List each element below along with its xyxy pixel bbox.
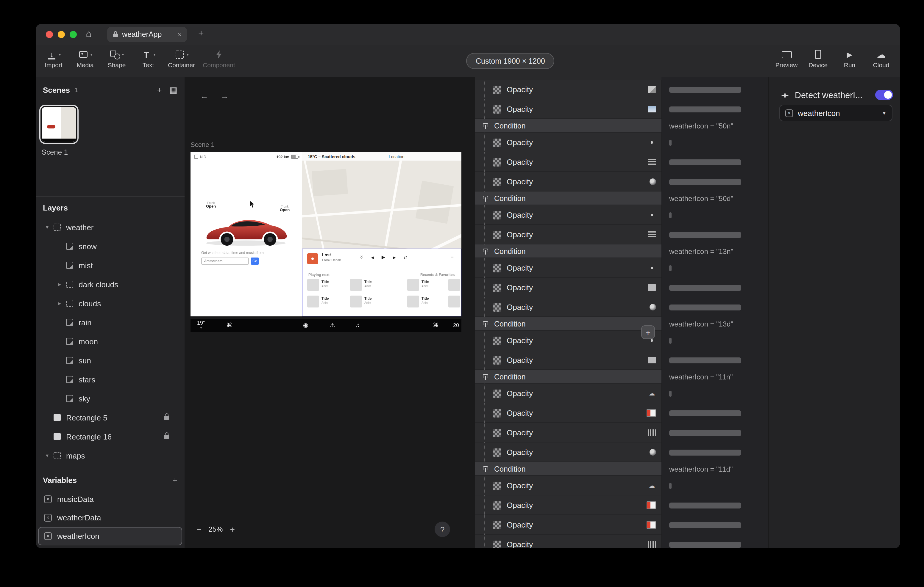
response-row[interactable]: Opacity <box>475 350 769 370</box>
layer-row[interactable]: mist <box>36 256 185 275</box>
queue-icon[interactable]: ≡ <box>450 254 454 260</box>
opacity-value-bar[interactable] <box>669 430 741 436</box>
go-button[interactable]: Go <box>251 258 259 265</box>
previous-icon[interactable]: ◀ <box>371 255 374 259</box>
response-row[interactable]: Opacity <box>475 423 769 442</box>
add-response-button[interactable]: + <box>641 325 655 339</box>
response-row[interactable]: Opacity <box>475 205 769 225</box>
response-row[interactable]: Opacity <box>475 99 769 119</box>
variable-row[interactable]: weatherData <box>38 508 182 527</box>
toolbar-tool[interactable]: Preview <box>775 49 799 68</box>
song-tile[interactable]: Title Artist <box>448 296 461 312</box>
karaoke-icon[interactable]: ♬ <box>355 322 361 328</box>
toolbar-tool[interactable]: ▾ Container <box>168 49 195 68</box>
variable-dropdown[interactable]: weatherIcon ▼ <box>779 105 893 121</box>
music-disc-icon[interactable]: ◉ <box>303 322 308 328</box>
close-tab-icon[interactable]: × <box>178 31 182 38</box>
canvas[interactable]: ← → Scene 1 N D 192 km <box>185 77 475 548</box>
response-row[interactable]: Condition weatherIcon = "11n" <box>475 370 769 384</box>
variable-row[interactable]: weatherIcon <box>38 527 182 545</box>
opacity-value-bar[interactable] <box>669 541 741 548</box>
response-row[interactable]: Condition weatherIcon = "13d" <box>475 317 769 330</box>
scene-thumbnail[interactable] <box>39 105 79 144</box>
detect-trigger-row[interactable]: Detect weatherI... <box>780 89 894 101</box>
song-tile[interactable]: Title Artist <box>448 279 461 296</box>
response-row[interactable]: Opacity <box>475 80 769 99</box>
opacity-value-bar[interactable] <box>669 449 741 455</box>
city-input[interactable]: Amsterdam <box>201 258 249 265</box>
opacity-value-bar[interactable] <box>669 140 672 145</box>
response-row[interactable]: Opacity <box>475 495 769 515</box>
zoom-level[interactable]: 25% <box>208 525 223 533</box>
opacity-value-bar[interactable] <box>669 87 741 92</box>
chevron-icon[interactable] <box>58 281 66 287</box>
like-icon[interactable]: ♡ <box>360 255 363 260</box>
command-icon[interactable]: ⌘ <box>226 322 232 328</box>
response-row[interactable]: Opacity <box>475 476 769 495</box>
forward-button[interactable]: → <box>220 91 229 100</box>
song-tile[interactable]: Title Artist <box>407 296 448 312</box>
lock-icon[interactable] <box>164 434 169 439</box>
opacity-value-bar[interactable] <box>669 265 672 271</box>
toolbar-tool[interactable]: Cloud <box>869 49 893 68</box>
layer-row[interactable]: Rectangle 16 <box>36 427 185 446</box>
home-button[interactable]: ⌂ <box>86 28 91 39</box>
response-row[interactable]: Opacity <box>475 384 769 403</box>
zoom-out-button[interactable]: − <box>196 525 201 534</box>
layer-row[interactable]: sun <box>36 351 185 370</box>
help-button[interactable]: ? <box>435 521 450 537</box>
toolbar-tool[interactable]: ▾ Media <box>73 49 97 68</box>
tab-weatherapp[interactable]: weatherApp × <box>107 27 187 42</box>
layer-row[interactable]: dark clouds <box>36 275 185 294</box>
chevron-icon[interactable] <box>46 452 54 459</box>
prototype-music-player[interactable]: Lost Frank Ocean ♡ ◀ ▶ ▶ ⇄ ≡ Playing nex… <box>302 248 461 316</box>
layer-row[interactable]: sky <box>36 389 185 408</box>
add-scene-button[interactable]: + <box>157 85 162 95</box>
back-button[interactable]: ← <box>200 91 208 100</box>
opacity-value-bar[interactable] <box>669 483 672 488</box>
opacity-value-bar[interactable] <box>669 179 741 185</box>
response-row[interactable]: Opacity <box>475 225 769 245</box>
response-row[interactable]: Condition weatherIcon = "50d" <box>475 191 769 205</box>
response-row[interactable]: Opacity <box>475 534 769 548</box>
response-row[interactable]: Opacity <box>475 133 769 152</box>
next-icon[interactable]: ▶ <box>393 255 396 259</box>
maximize-window-button[interactable] <box>70 31 77 38</box>
toolbar-tool[interactable]: ▾ Component <box>203 49 235 68</box>
play-icon[interactable]: ▶ <box>382 255 385 260</box>
scene-board-icon[interactable]: ▦ <box>170 85 177 95</box>
response-row[interactable]: Opacity <box>475 515 769 534</box>
chevron-icon[interactable] <box>58 300 66 306</box>
response-row[interactable]: Opacity <box>475 152 769 172</box>
response-row[interactable]: Condition weatherIcon = "11d" <box>475 462 769 476</box>
response-row[interactable]: Opacity <box>475 298 769 317</box>
layer-row[interactable]: maps <box>36 446 185 465</box>
song-tile[interactable]: Title Artist <box>407 279 448 296</box>
opacity-value-bar[interactable] <box>669 410 741 416</box>
shuffle-icon[interactable]: ⇄ <box>403 255 407 260</box>
toolbar-tool[interactable]: Run <box>838 49 861 68</box>
add-variable-button[interactable]: + <box>173 475 177 485</box>
toolbar-tool[interactable]: ▾ Shape <box>105 49 129 68</box>
trigger-toggle[interactable] <box>875 90 893 100</box>
response-row[interactable]: Condition weatherIcon = "13n" <box>475 245 769 258</box>
scene-name[interactable]: Scene 1 <box>42 148 68 156</box>
response-row[interactable]: Opacity <box>475 330 769 350</box>
song-tile[interactable]: Title Artist <box>350 296 393 312</box>
opacity-value-bar[interactable] <box>669 212 672 218</box>
new-tab-button[interactable]: + <box>198 28 204 39</box>
scene-artboard[interactable]: N D 192 km Frunk Open Trunk Open <box>190 152 461 332</box>
layer-row[interactable]: rain <box>36 313 185 332</box>
toolbar-tool[interactable]: ▾ Import <box>42 49 66 68</box>
response-row[interactable]: Opacity <box>475 278 769 298</box>
opacity-value-bar[interactable] <box>669 304 741 310</box>
warning-icon[interactable]: ⚠ <box>330 322 335 328</box>
opacity-value-bar[interactable] <box>669 357 741 363</box>
layer-row[interactable]: moon <box>36 332 185 351</box>
song-tile[interactable]: Title Artist <box>307 296 350 312</box>
lock-icon[interactable] <box>164 415 169 419</box>
opacity-value-bar[interactable] <box>669 502 741 508</box>
song-tile[interactable]: Title Artist <box>350 279 393 296</box>
opacity-value-bar[interactable] <box>669 390 672 396</box>
canvas-size-button[interactable]: Custom 1900 × 1200 <box>466 53 554 69</box>
